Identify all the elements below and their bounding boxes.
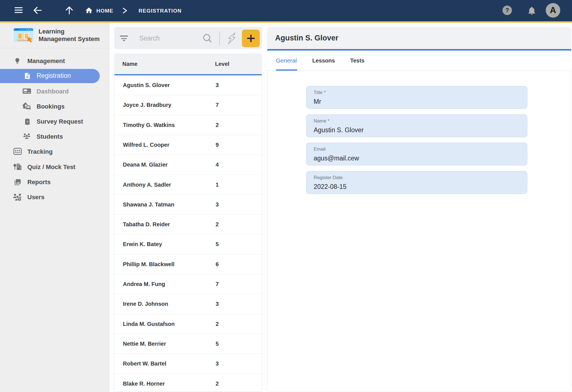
svg-text:?: ? — [27, 120, 28, 124]
